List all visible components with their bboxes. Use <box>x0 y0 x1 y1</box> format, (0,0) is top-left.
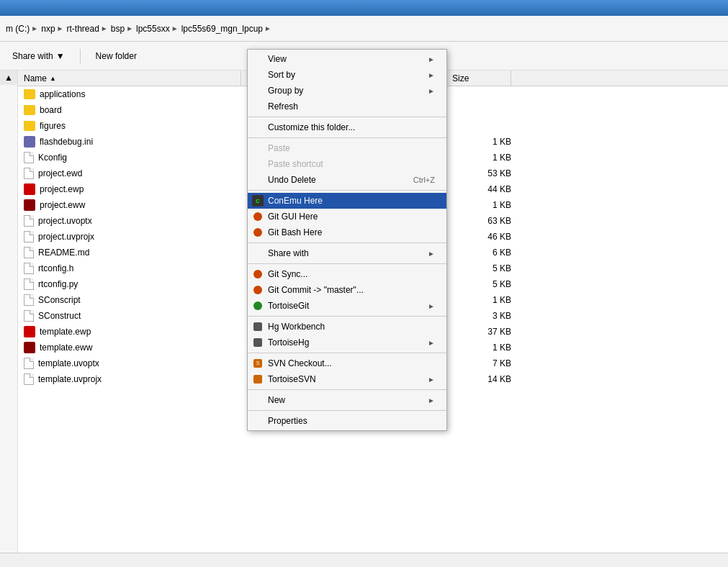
menu-item-label: Git Commit -> "master"... <box>268 285 364 295</box>
file-size: 63 KB <box>452 216 517 226</box>
address-arrow-1[interactable]: ► <box>31 24 38 32</box>
file-icon <box>24 310 34 322</box>
file-name: project.ewp <box>18 183 247 195</box>
file-name: README.md <box>18 247 247 258</box>
menu-item[interactable]: TortoiseHg► <box>248 335 446 350</box>
address-arrow-4[interactable]: ► <box>126 24 133 32</box>
menu-shortcut: Ctrl+Z <box>413 176 435 184</box>
menu-item-label: Paste <box>268 143 290 153</box>
new-folder-button[interactable]: New folder <box>89 47 143 65</box>
menu-item[interactable]: Git Bash Here <box>248 224 446 240</box>
folder-icon <box>24 121 35 131</box>
address-segment[interactable]: m (C:) ► <box>6 24 38 34</box>
menu-item-label: TortoiseSVN <box>268 374 316 384</box>
folder-icon <box>24 89 35 99</box>
menu-separator <box>248 117 446 117</box>
file-icon <box>24 215 34 227</box>
menu-item[interactable]: Hg Workbench <box>248 319 446 335</box>
eww-icon <box>24 199 35 211</box>
menu-separator <box>248 263 446 264</box>
col-header-size[interactable]: Size <box>446 71 511 86</box>
tortoise-svn-icon <box>252 373 264 385</box>
file-icon <box>24 278 34 290</box>
share-with-label: Share with <box>12 51 53 61</box>
menu-item-label: Git Sync... <box>268 269 307 279</box>
menu-item[interactable]: Share with► <box>248 245 446 261</box>
scroll-up-button[interactable]: ▲ <box>0 71 17 85</box>
menu-item[interactable]: TortoiseGit► <box>248 298 446 314</box>
address-segment-nxp[interactable]: nxp ► <box>41 24 63 34</box>
col-header-name[interactable]: Name ▲ <box>18 71 241 86</box>
file-icon <box>24 168 34 179</box>
menu-item[interactable]: Sort by► <box>248 67 446 83</box>
address-segment-lpc55sxx[interactable]: lpc55sxx ► <box>136 24 179 34</box>
menu-separator <box>248 190 446 191</box>
git-icon <box>252 268 264 280</box>
menu-item[interactable]: Git Sync... <box>248 266 446 282</box>
menu-item[interactable]: CConEmu Here <box>248 193 446 209</box>
menu-item-label: View <box>268 54 287 64</box>
title-bar <box>0 0 728 16</box>
eww-icon <box>24 342 35 353</box>
file-size: 1 KB <box>452 343 517 353</box>
submenu-arrow-icon: ► <box>428 55 435 63</box>
menu-item-label: Git GUI Here <box>268 212 318 222</box>
submenu-arrow-icon: ► <box>428 396 435 404</box>
file-name: SConstruct <box>18 310 247 322</box>
menu-item-label: Properties <box>268 416 307 426</box>
file-size: 14 KB <box>452 374 517 384</box>
menu-separator <box>248 137 446 138</box>
address-arrow-3[interactable]: ► <box>101 24 108 32</box>
file-size: 37 KB <box>452 327 517 337</box>
file-name: template.uvprojx <box>18 373 247 385</box>
toolbar-separator <box>80 49 81 63</box>
file-size: 3 KB <box>452 311 517 321</box>
file-name: board <box>18 105 247 115</box>
address-arrow-5[interactable]: ► <box>171 24 179 32</box>
sort-asc-icon: ▲ <box>50 75 56 82</box>
address-segment-lpcup[interactable]: lpc55s69_mgn_lpcup ► <box>181 24 271 34</box>
git-icon <box>252 284 264 296</box>
file-icon <box>24 294 34 306</box>
menu-item[interactable]: Paste shortcut <box>248 156 446 172</box>
git-icon <box>252 211 264 222</box>
file-name: template.uvoptx <box>18 358 247 369</box>
file-name: applications <box>18 89 247 99</box>
address-arrow-6[interactable]: ► <box>264 24 271 32</box>
menu-item[interactable]: Undo DeleteCtrl+Z <box>248 172 446 188</box>
menu-item[interactable]: Git GUI Here <box>248 209 446 224</box>
submenu-arrow-icon: ► <box>428 87 435 95</box>
menu-item[interactable]: TortoiseSVN► <box>248 371 446 387</box>
menu-item-label: ConEmu Here <box>268 196 323 206</box>
address-segment-bsp[interactable]: bsp ► <box>111 24 133 34</box>
menu-item-label: Group by <box>268 86 303 96</box>
file-name: project.eww <box>18 199 247 211</box>
menu-item[interactable]: Refresh <box>248 99 446 114</box>
address-segment-rtthread[interactable]: rt-thread ► <box>67 24 108 34</box>
menu-item[interactable]: Customize this folder... <box>248 119 446 135</box>
menu-item[interactable]: Group by► <box>248 83 446 99</box>
menu-item[interactable]: View► <box>248 51 446 67</box>
file-icon <box>24 373 34 385</box>
file-name: Kconfig <box>18 152 247 163</box>
file-name: project.uvoptx <box>18 215 247 227</box>
menu-item[interactable]: New► <box>248 392 446 408</box>
menu-item[interactable]: Paste <box>248 140 446 156</box>
menu-item[interactable]: SSVN Checkout... <box>248 355 446 371</box>
status-bar <box>0 553 728 567</box>
file-icon <box>24 358 34 369</box>
menu-item-label: Paste shortcut <box>268 159 323 169</box>
file-icon <box>24 152 34 163</box>
menu-item-label: Customize this folder... <box>268 122 355 132</box>
menu-item[interactable]: Git Commit -> "master"... <box>248 282 446 298</box>
menu-item-label: Git Bash Here <box>268 227 322 237</box>
context-menu: View►Sort by►Group by►RefreshCustomize t… <box>247 49 447 431</box>
file-size: 53 KB <box>452 168 517 178</box>
menu-item[interactable]: Properties <box>248 413 446 429</box>
address-arrow-2[interactable]: ► <box>57 24 64 32</box>
file-icon <box>24 263 34 274</box>
share-with-button[interactable]: Share with ▼ <box>6 47 71 65</box>
conemu-icon: C <box>252 195 264 207</box>
tortoise-hg-icon <box>252 337 264 348</box>
file-size: 1 KB <box>452 200 517 210</box>
